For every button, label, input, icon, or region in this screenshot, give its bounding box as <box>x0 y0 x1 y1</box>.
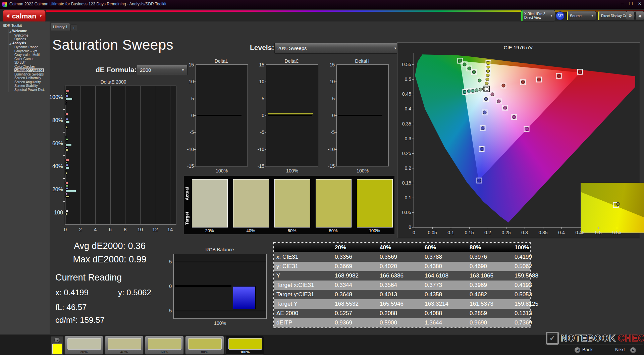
close-icon[interactable]: ✕ <box>636 1 643 6</box>
x-axis-tick-label: 14 <box>167 226 173 232</box>
de-formula-dropdown[interactable]: 2000 ▼ <box>137 65 187 75</box>
white-point-circle <box>485 87 488 91</box>
measured-point-red <box>521 81 525 84</box>
x-axis-tick-label: 0.15 <box>465 230 474 235</box>
levels-label: Levels: <box>250 44 274 52</box>
table-cell: 0.3669 <box>330 263 375 270</box>
y-axis-tick-label: 15 <box>189 62 194 67</box>
x-axis-tick-label: 0 <box>413 230 415 235</box>
tree-item-welcome[interactable]: ◢Welcome <box>8 29 49 34</box>
y-axis-tick-label: 10 <box>189 79 194 84</box>
tree-item-screen-uniformity[interactable]: Screen Uniformity <box>8 76 49 80</box>
y-axis-tick-label: 0.1 <box>405 195 411 200</box>
y-axis-tick <box>412 64 414 65</box>
table-row: Target x:CIE310.33440.35640.37730.39690.… <box>274 281 530 290</box>
y-axis-tick <box>335 149 337 150</box>
panel-collapse-button[interactable]: ◀ <box>635 11 644 20</box>
add-tab-button[interactable]: + <box>70 24 77 31</box>
tree-item-screen-angularity[interactable]: Screen Angularity <box>8 80 49 84</box>
chevron-down-icon: ▼ <box>39 14 42 18</box>
tree-item-grayscale-2pt[interactable]: Grayscale - 2pt <box>8 49 49 53</box>
source-dropdown[interactable]: Source ▼ <box>567 11 596 20</box>
chevron-down-icon: ▼ <box>591 14 594 17</box>
measured-point-blue <box>480 147 484 151</box>
tree-item-label: Screen Uniformity <box>14 76 41 80</box>
pattern-button-100%[interactable]: 100% <box>225 336 264 355</box>
tree-item-label: Saturation Sweeps <box>14 68 44 72</box>
expand-up-button[interactable]: ▲ <box>54 337 60 343</box>
y-axis-tick-label: 0.25 <box>402 151 411 156</box>
tree-item-welcome[interactable]: Welcome <box>8 34 49 38</box>
table-cell: 0.9690 <box>465 319 510 326</box>
tree-item-grayscale-multi[interactable]: Grayscale - Multi <box>8 53 49 57</box>
measured-point-magenta <box>497 99 501 103</box>
cie-chart-title: CIE 1976 u'v' <box>397 45 640 50</box>
tree-item-screen-stability[interactable]: Screen Stability <box>8 84 49 88</box>
swatch-80% <box>316 179 352 227</box>
measured-point-magenta <box>513 115 516 119</box>
y-axis-tick <box>412 198 414 198</box>
table-cell: 0.3564 <box>375 282 420 289</box>
back-arrow-icon[interactable]: ◀ <box>574 347 581 353</box>
delta-chart-title: DeltaH <box>336 58 388 64</box>
tree-item-saturation-sweeps[interactable]: Saturation Sweeps <box>8 68 49 72</box>
table-cell: 168.5532 <box>330 301 375 307</box>
current-pattern-swatch[interactable] <box>52 344 62 354</box>
x-axis-tick-label: 10 <box>138 226 143 232</box>
tree-expander-icon[interactable]: ◢ <box>9 30 11 33</box>
meter-dropdown[interactable]: X-Rite i1Pro 2Direct View ▼ <box>521 10 555 21</box>
tree-item-label: Analysis <box>12 41 26 45</box>
bottom-bar: ▲ 20%40%60%80%100% ✓ NOTEBOOKCHECK ◀ Bac… <box>0 334 644 355</box>
zero-bar <box>268 115 312 116</box>
calman-app-icon <box>2 2 7 7</box>
tab-history-1[interactable]: History 1 <box>51 23 70 31</box>
gridline <box>155 86 155 224</box>
target-label: Target <box>184 207 190 230</box>
measured-point-cyan <box>471 89 474 93</box>
pattern-button-20%[interactable]: 20% <box>64 336 103 355</box>
tree-item-spectral-power-dist-[interactable]: Spectral Power Dist. <box>8 88 49 92</box>
settings-gear-button[interactable]: ⚙ <box>626 11 635 20</box>
tree-item-dynamic-range[interactable]: Dynamic Range <box>8 45 49 49</box>
tree-item-analysis[interactable]: ◢Analysis <box>8 41 49 46</box>
pattern-button-40%[interactable]: 40% <box>105 336 144 355</box>
x-axis-tick-label: 0.55 <box>612 230 621 235</box>
next-button[interactable]: Next <box>615 347 625 352</box>
table-cell: 0.4199 <box>510 254 555 260</box>
x-axis-tick <box>598 227 599 229</box>
tree-item-colorchecker[interactable]: ColorChecker <box>8 65 49 69</box>
saturation-swatch-strip: Actual Target 20%40%60%80%100% <box>184 176 394 234</box>
rgb-balance-title: RGB Balance <box>173 247 266 252</box>
table-cell: 166.6386 <box>375 272 420 279</box>
table-column-header: 100% <box>510 244 555 251</box>
y-axis-tick-label: -5 <box>331 130 335 135</box>
table-cell: 168.9982 <box>330 272 375 279</box>
pattern-button-label: 20% <box>65 350 103 354</box>
tree-item-luminance-sweeps[interactable]: Luminance Sweeps <box>8 72 49 77</box>
tree-item-3d-lut[interactable]: 3D LUT <box>8 61 49 65</box>
measured-point-red <box>537 78 541 82</box>
table-cell: 0.5257 <box>330 310 375 317</box>
next-arrow-icon[interactable]: ▶ <box>630 347 636 353</box>
tree-expander-icon[interactable]: ◢ <box>9 42 11 45</box>
levels-dropdown[interactable]: 20% Sweeps ▼ <box>274 43 400 54</box>
de-bar-magenta <box>65 100 67 103</box>
de-bar-magenta <box>65 123 67 126</box>
measured-point-green <box>463 63 466 66</box>
back-button[interactable]: Back <box>582 347 593 352</box>
bar-group-label: 100% <box>43 94 63 100</box>
table-row: x: CIE310.33560.35690.37880.39760.4199 <box>274 252 530 262</box>
pattern-button-80%[interactable]: 80% <box>185 336 224 355</box>
calman-brand-label: calman <box>12 12 36 20</box>
tree-item-color-gamut[interactable]: Color Gamut <box>8 57 49 61</box>
pattern-button-60%[interactable]: 60% <box>145 336 184 355</box>
measured-point-red <box>578 70 582 74</box>
tree-item-options[interactable]: Options <box>8 37 49 41</box>
calman-menu-button[interactable]: ❋ calman ▼ <box>3 10 46 22</box>
x-axis-tick-label: 2 <box>79 226 82 232</box>
x-axis-tick <box>525 227 525 229</box>
minimize-icon[interactable]: ─ <box>619 1 626 6</box>
actual-label: Actual <box>184 182 190 205</box>
maximize-icon[interactable]: ❐ <box>627 1 635 6</box>
x-axis-label: 100% <box>266 168 318 173</box>
